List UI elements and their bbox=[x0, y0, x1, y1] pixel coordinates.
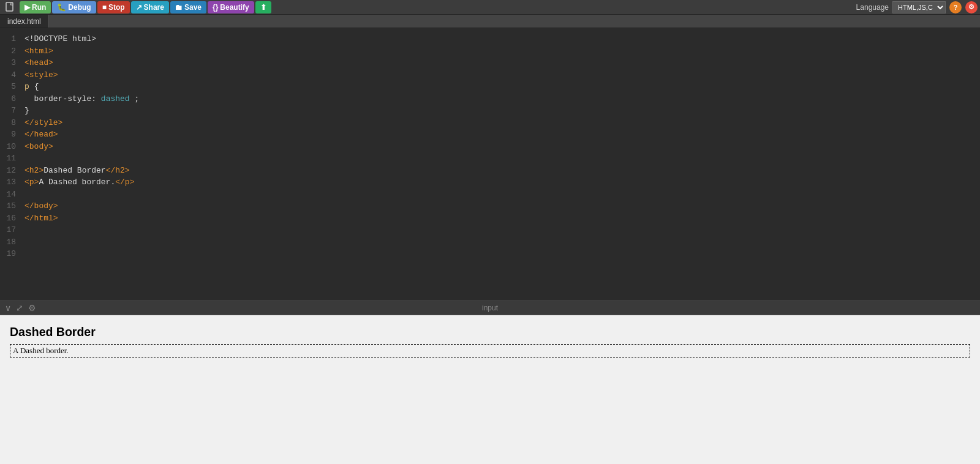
preview-area: Dashed Border A Dashed border. bbox=[0, 315, 980, 464]
run-button[interactable]: ▶ Run bbox=[20, 1, 51, 13]
debug-icon: 🐛 bbox=[57, 3, 66, 12]
main-container: 12345 678910 1112131415 16171819 <!DOCTY… bbox=[0, 28, 980, 464]
language-label: Language bbox=[856, 3, 889, 12]
divider-settings-icon[interactable]: ⚙ bbox=[28, 303, 36, 313]
tab-index-html[interactable]: index.html bbox=[0, 15, 49, 28]
debug-label: Debug bbox=[68, 3, 91, 12]
preview-content: Dashed Border A Dashed border. bbox=[10, 325, 970, 357]
divider-label: input bbox=[482, 304, 498, 312]
upload-icon: ⬆ bbox=[260, 3, 266, 12]
debug-button[interactable]: 🐛 Debug bbox=[52, 1, 96, 13]
expand-icon[interactable]: ⤢ bbox=[16, 303, 23, 313]
upload-button[interactable]: ⬆ bbox=[255, 1, 271, 13]
help-button[interactable]: ? bbox=[949, 1, 962, 13]
collapse-icon[interactable]: ∨ bbox=[5, 303, 11, 313]
toolbar: ▶ Run 🐛 Debug ■ Stop ↗ Share 🖿 Save {} B… bbox=[0, 0, 980, 15]
beautify-button[interactable]: {} Beautify bbox=[208, 1, 254, 13]
preview-heading: Dashed Border bbox=[10, 325, 970, 339]
language-select[interactable]: HTML,JS,C bbox=[892, 1, 946, 13]
run-icon: ▶ bbox=[24, 3, 30, 12]
code-editor[interactable]: 12345 678910 1112131415 16171819 <!DOCTY… bbox=[0, 28, 980, 301]
share-icon: ↗ bbox=[136, 3, 142, 12]
new-file-button[interactable] bbox=[2, 2, 18, 13]
share-button[interactable]: ↗ Share bbox=[131, 1, 169, 13]
save-icon: 🖿 bbox=[175, 3, 183, 12]
line-numbers: 12345 678910 1112131415 16171819 bbox=[0, 28, 20, 301]
stop-button[interactable]: ■ Stop bbox=[97, 1, 130, 13]
divider: ∨ ⤢ ⚙ input bbox=[0, 301, 980, 315]
settings-button[interactable]: ⚙ bbox=[965, 1, 978, 13]
preview-paragraph: A Dashed border. bbox=[10, 344, 970, 357]
toolbar-right: Language HTML,JS,C ? ⚙ bbox=[856, 1, 978, 13]
beautify-label: Beautify bbox=[220, 3, 249, 12]
share-label: Share bbox=[144, 3, 164, 12]
stop-icon: ■ bbox=[102, 3, 107, 12]
save-button[interactable]: 🖿 Save bbox=[170, 1, 206, 13]
stop-label: Stop bbox=[108, 3, 125, 12]
save-label: Save bbox=[184, 3, 202, 12]
beautify-icon: {} bbox=[213, 3, 218, 12]
divider-controls: ∨ ⤢ ⚙ bbox=[5, 303, 36, 313]
tab-bar: index.html bbox=[0, 15, 980, 28]
run-label: Run bbox=[32, 3, 46, 12]
code-content[interactable]: <!DOCTYPE html> <html> <head> <style> p … bbox=[20, 28, 980, 301]
